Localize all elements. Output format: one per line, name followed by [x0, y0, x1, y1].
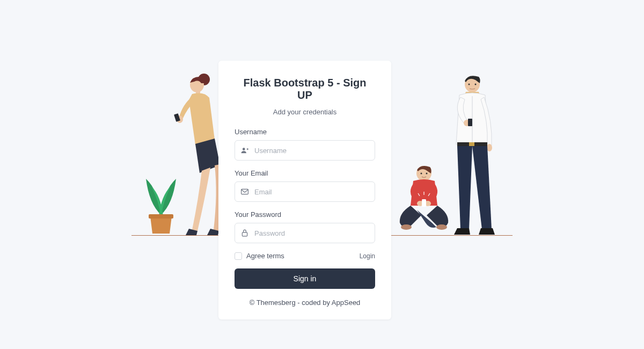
svg-point-26: [243, 148, 245, 150]
password-input[interactable]: [254, 229, 375, 237]
svg-rect-5: [149, 214, 173, 219]
footer-text: © Themesberg - coded by AppSeed: [235, 299, 375, 307]
username-label: Username: [235, 128, 375, 136]
email-input-group[interactable]: [235, 181, 375, 202]
svg-rect-11: [422, 199, 426, 207]
svg-rect-22: [468, 119, 472, 126]
copyright-symbol: ©: [250, 299, 255, 307]
user-icon: [235, 147, 254, 154]
svg-point-7: [421, 173, 422, 174]
footer-middle: - coded by: [296, 299, 332, 307]
username-input[interactable]: [254, 147, 375, 155]
svg-point-19: [475, 84, 477, 85]
password-label: Your Password: [235, 210, 375, 219]
envelope-icon: [235, 188, 254, 195]
password-input-group[interactable]: [235, 223, 375, 243]
submit-button[interactable]: Sign in: [235, 268, 375, 289]
svg-rect-27: [241, 189, 248, 194]
email-label: Your Email: [235, 169, 375, 177]
themesberg-link[interactable]: Themesberg: [257, 299, 296, 307]
page-subtitle: Add your credentials: [235, 108, 375, 116]
illustration-plant: [140, 174, 182, 236]
username-input-group[interactable]: [235, 140, 375, 161]
signup-card: Flask Bootstrap 5 - Sign UP Add your cre…: [218, 61, 391, 319]
svg-rect-4: [174, 113, 180, 122]
lock-icon: [235, 229, 254, 237]
agree-terms-label: Agree terms: [246, 252, 284, 260]
agree-terms-group: Agree terms: [235, 252, 284, 260]
svg-rect-28: [242, 232, 247, 236]
login-link[interactable]: Login: [360, 252, 375, 260]
svg-point-18: [469, 84, 470, 85]
illustration-standing-man: [440, 72, 504, 236]
svg-point-8: [426, 173, 428, 174]
email-input[interactable]: [254, 188, 375, 196]
svg-point-23: [487, 144, 492, 151]
appseed-link[interactable]: AppSeed: [332, 299, 361, 307]
svg-point-15: [401, 224, 412, 230]
check-row: Agree terms Login: [235, 252, 375, 260]
page-title: Flask Bootstrap 5 - Sign UP: [235, 77, 375, 101]
svg-rect-25: [469, 142, 474, 146]
agree-terms-checkbox[interactable]: [235, 252, 242, 260]
